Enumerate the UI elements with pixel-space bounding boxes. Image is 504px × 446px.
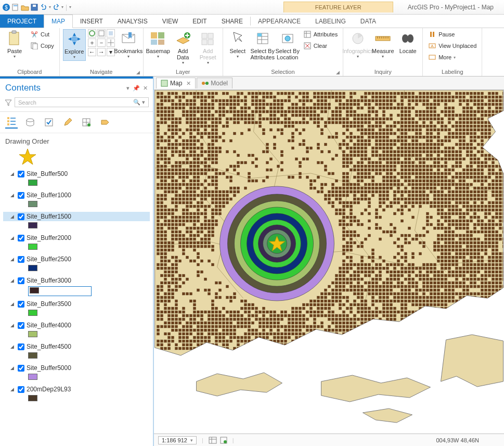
full-extent-icon[interactable] — [88, 29, 96, 37]
tab-appearance[interactable]: APPEARANCE — [251, 15, 308, 28]
open-icon[interactable] — [21, 3, 29, 11]
add-preset-button[interactable]: Add Preset▾ — [197, 29, 219, 66]
tab-insert[interactable]: INSERT — [73, 15, 110, 28]
list-by-drawing-order-icon[interactable] — [5, 116, 18, 129]
cut-button[interactable]: ✂️Cut — [28, 29, 56, 40]
toc-body[interactable]: Drawing Order ◢ Site_Buffer500◢ Site_Buf… — [0, 133, 153, 446]
layer-swatch[interactable] — [28, 222, 37, 228]
layer-visibility-checkbox[interactable] — [18, 235, 24, 241]
collapse-icon[interactable]: ◢ — [10, 301, 16, 307]
layer-visibility-checkbox[interactable] — [18, 386, 24, 393]
layer-swatch[interactable] — [28, 286, 92, 296]
collapse-icon[interactable]: ◢ — [10, 193, 16, 198]
layer-row[interactable]: ◢ Site_Buffer3000 — [3, 276, 150, 285]
nav-icon[interactable] — [107, 39, 115, 47]
tab-map-view[interactable]: Map ✕ — [156, 78, 196, 88]
snap-icon[interactable] — [220, 437, 227, 444]
collapse-icon[interactable]: ◢ — [10, 365, 16, 371]
close-icon[interactable]: ✕ — [186, 80, 191, 87]
collapse-icon[interactable]: ◢ — [10, 323, 16, 328]
pin-icon[interactable]: 📌 — [133, 85, 140, 92]
list-by-editing-icon[interactable] — [61, 116, 74, 129]
select-by-location-button[interactable]: Select By Location — [276, 29, 299, 61]
tab-labeling[interactable]: LABELING — [308, 15, 353, 28]
layer-visibility-checkbox[interactable] — [18, 213, 24, 220]
layer-swatch[interactable] — [28, 265, 37, 271]
clear-button[interactable]: Clear — [301, 41, 340, 51]
tab-map[interactable]: MAP — [44, 15, 73, 28]
paste-button[interactable]: Paste ▾ — [3, 29, 26, 60]
layer-row[interactable]: ◢ Site_Buffer3500 — [3, 299, 150, 309]
fixed-zoomout-icon[interactable]: － — [97, 39, 106, 47]
layer-visibility-checkbox[interactable] — [18, 322, 24, 329]
collapse-icon[interactable]: ◢ — [10, 171, 16, 176]
tab-edit[interactable]: EDIT — [185, 15, 214, 28]
copy-button[interactable]: Copy — [28, 41, 56, 51]
launcher-icon[interactable]: ◢ — [136, 70, 140, 75]
layer-visibility-checkbox[interactable] — [18, 277, 24, 284]
sel-count-icon[interactable] — [209, 437, 217, 444]
prev-extent-icon[interactable]: ← — [88, 48, 96, 56]
layer-row[interactable]: ◢ Site_Buffer4500 — [3, 342, 150, 351]
layer-swatch[interactable] — [28, 201, 37, 207]
bookmarks-button[interactable]: Bookmarks▾ — [117, 29, 140, 60]
tab-data[interactable]: DATA — [353, 15, 383, 28]
layer-row[interactable]: ◢ Site_Buffer1500 — [3, 212, 150, 221]
layer-visibility-checkbox[interactable] — [18, 365, 24, 372]
new-icon[interactable] — [11, 3, 20, 11]
undo-icon[interactable] — [40, 3, 48, 11]
layer-visibility-checkbox[interactable] — [18, 192, 24, 199]
collapse-icon[interactable]: ◢ — [10, 257, 16, 262]
layer-swatch[interactable] — [28, 310, 37, 316]
save-icon[interactable] — [30, 3, 38, 11]
select-by-attributes-button[interactable]: Select By Attributes — [251, 29, 274, 61]
infographics-button[interactable]: Infographics▾ — [346, 29, 369, 60]
zoom-sel-icon[interactable] — [97, 29, 106, 37]
undo-dropdown-icon[interactable]: ▾ — [49, 5, 51, 9]
layer-row[interactable]: ◢ Site_Buffer2500 — [3, 254, 150, 264]
tab-project[interactable]: PROJECT — [0, 15, 44, 28]
launcher-icon[interactable]: ◢ — [336, 70, 340, 75]
layer-swatch[interactable] — [28, 352, 37, 359]
locate-button[interactable]: Locate — [396, 29, 419, 55]
map-canvas[interactable] — [154, 90, 504, 434]
layer-swatch[interactable] — [28, 395, 37, 401]
next-extent-icon[interactable]: → — [97, 48, 106, 56]
collapse-icon[interactable]: ◢ — [10, 235, 16, 240]
qat-customize-icon[interactable]: ▾ — [69, 5, 71, 9]
redo-dropdown-icon[interactable]: ▾ — [61, 5, 63, 9]
dropdown-icon[interactable]: ▾ — [126, 85, 130, 92]
pause-button[interactable]: Pause — [426, 29, 479, 40]
measure-button[interactable]: Measure▾ — [371, 29, 394, 60]
layer-swatch[interactable] — [28, 374, 37, 380]
add-data-button[interactable]: Add Data▾ — [172, 29, 195, 66]
list-by-labeling-icon[interactable] — [99, 116, 111, 129]
layer-visibility-checkbox[interactable] — [18, 301, 24, 308]
filter-icon[interactable] — [4, 98, 12, 107]
scale-selector[interactable]: 1:186 912▾ — [158, 436, 197, 444]
tab-analysis[interactable]: ANALYSIS — [110, 15, 155, 28]
layer-visibility-checkbox[interactable] — [18, 256, 24, 263]
layer-swatch[interactable] — [28, 180, 37, 186]
close-icon[interactable]: ✕ — [143, 85, 148, 92]
tab-view[interactable]: VIEW — [155, 15, 186, 28]
layer-visibility-checkbox[interactable] — [18, 343, 24, 350]
layer-visibility-checkbox[interactable] — [18, 171, 24, 177]
tab-share[interactable]: SHARE — [214, 15, 250, 28]
select-button[interactable]: Select▾ — [226, 29, 249, 60]
list-by-source-icon[interactable] — [24, 116, 36, 129]
attributes-button[interactable]: Attributes — [301, 29, 340, 40]
collapse-icon[interactable]: ◢ — [10, 278, 16, 283]
tab-model-view[interactable]: Model — [197, 78, 232, 88]
layer-row[interactable]: ◢ Site_Buffer1000 — [3, 190, 150, 200]
fixed-zoomin-icon[interactable]: ＋ — [88, 39, 96, 47]
layer-row[interactable]: ◢ Site_Buffer500 — [3, 169, 150, 179]
layer-row[interactable]: ◢ 200mDep29L93 — [3, 385, 150, 394]
list-by-selection-icon[interactable] — [43, 116, 55, 129]
collapse-icon[interactable]: ◢ — [10, 344, 16, 349]
collapse-icon[interactable]: ◢ — [10, 214, 16, 219]
search-input[interactable]: Search 🔍 ▾ — [15, 97, 149, 107]
more-button[interactable]: More ▾ — [426, 52, 479, 62]
view-unplaced-button[interactable]: AView Unplaced — [426, 41, 479, 51]
layer-row[interactable]: ◢ Site_Buffer5000 — [3, 363, 150, 373]
